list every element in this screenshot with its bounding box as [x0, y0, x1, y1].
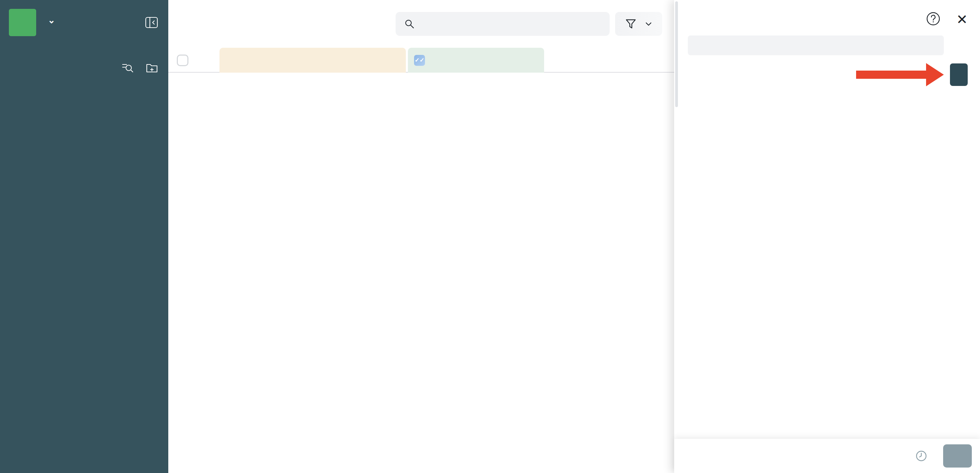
- workspace-avatar: [9, 9, 36, 36]
- help-icon[interactable]: [925, 11, 941, 28]
- column-header-website[interactable]: [220, 48, 406, 73]
- filter-button[interactable]: [615, 12, 662, 36]
- workspace-header[interactable]: ⌄: [0, 0, 168, 45]
- continue-instant-run-button[interactable]: [943, 444, 972, 468]
- collection-header: [168, 0, 674, 48]
- search-collections-icon[interactable]: [121, 61, 134, 76]
- select-all-checkbox[interactable]: [177, 55, 188, 66]
- search-box: [396, 12, 609, 36]
- run-enrichment-panel: ✕: [674, 0, 980, 473]
- search-icon: [404, 18, 415, 30]
- schedule-run-link[interactable]: [910, 450, 928, 462]
- new-folder-icon[interactable]: [145, 61, 159, 76]
- collapse-sidebar-icon[interactable]: [144, 15, 159, 30]
- red-arrow-annotation: [856, 63, 944, 86]
- workspace-name[interactable]: ⌄: [44, 16, 144, 27]
- chevron-down-icon: ⌄: [48, 15, 55, 25]
- workspace-meta: ⌄: [44, 16, 144, 29]
- column-header-website-status[interactable]: ✓✓: [408, 48, 544, 73]
- panel-footer: [674, 439, 980, 473]
- filter-funnel-icon: [625, 18, 637, 30]
- enrichment-column-icon: ✓✓: [414, 55, 425, 66]
- search-input[interactable]: [421, 17, 601, 31]
- table-header: ✓✓: [168, 48, 674, 73]
- app-root: ⌄: [0, 0, 980, 473]
- add-all-outputs-button[interactable]: [950, 63, 968, 86]
- clock-icon: [915, 450, 928, 462]
- template-select[interactable]: [688, 35, 944, 55]
- close-icon[interactable]: ✕: [956, 13, 968, 26]
- main-content: ✓✓: [168, 0, 674, 473]
- chevron-down-icon: [644, 20, 653, 28]
- data-section-header: [0, 57, 168, 80]
- sidebar: ⌄: [0, 0, 168, 473]
